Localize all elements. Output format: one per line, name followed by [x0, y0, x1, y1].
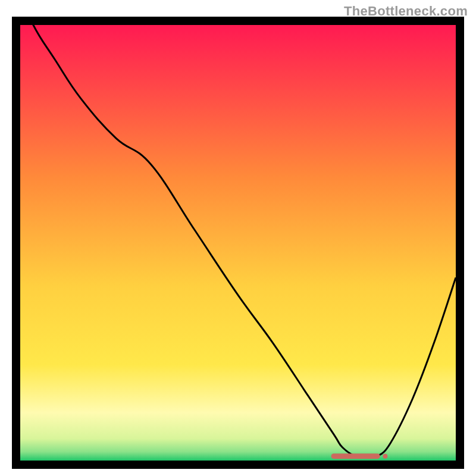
watermark-text: TheBottleneck.com: [344, 4, 468, 19]
plot-area: [12, 0, 464, 469]
chart-svg: [0, 0, 476, 476]
optimal-range-marker-dot: [383, 454, 387, 459]
chart-background: [20, 25, 456, 461]
